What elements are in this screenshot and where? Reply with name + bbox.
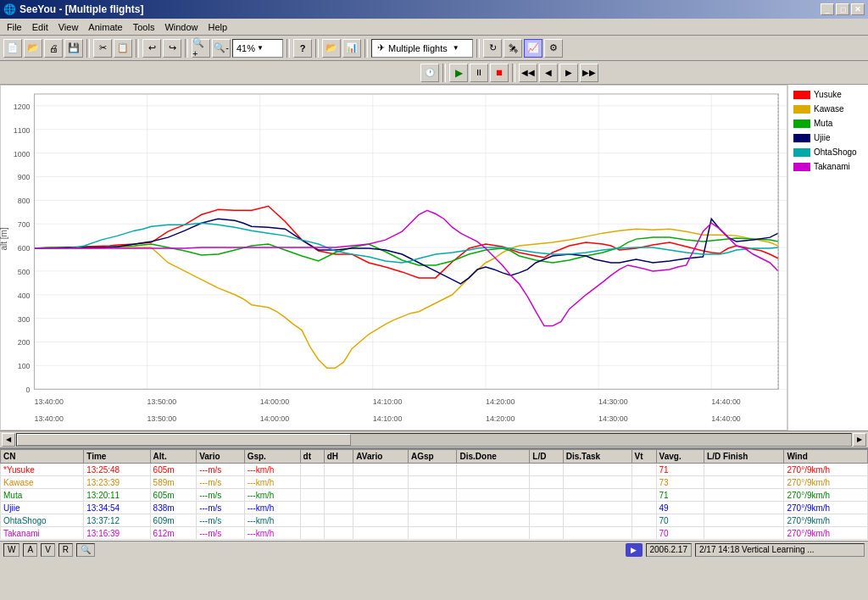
- menu-file[interactable]: File: [2, 20, 27, 34]
- cell-5-13: 70: [656, 527, 704, 540]
- print-button[interactable]: 🖨: [44, 39, 63, 58]
- settings-button[interactable]: ⚙: [544, 39, 563, 58]
- cell-3-14: [704, 502, 784, 514]
- cell-3-12: [632, 502, 656, 514]
- chart-container[interactable]: 1200 1100 1000 900 800 700 600 500 400 3…: [0, 85, 787, 431]
- cell-5-11: [563, 527, 632, 540]
- cell-4-13: 70: [656, 514, 704, 527]
- svg-text:200: 200: [18, 338, 31, 347]
- cell-3-2: 838m: [150, 502, 197, 514]
- cell-1-5: [300, 476, 324, 489]
- legend-muta[interactable]: Muta: [793, 119, 863, 128]
- refresh-button[interactable]: ↻: [483, 39, 502, 58]
- legend-kawase[interactable]: Kawase: [793, 104, 863, 114]
- new-button[interactable]: 📄: [3, 39, 22, 58]
- flight-selector[interactable]: ✈ Multiple flights ▼: [371, 39, 473, 58]
- prev-button[interactable]: ◀◀: [519, 64, 537, 82]
- svg-text:13:40:00: 13:40:00: [34, 414, 64, 423]
- scroll-thumb[interactable]: [17, 434, 351, 446]
- tab-w[interactable]: W: [3, 543, 19, 557]
- cell-1-14: [704, 476, 784, 489]
- cell-2-0: Muta: [1, 489, 84, 502]
- svg-text:400: 400: [18, 292, 31, 300]
- cell-5-2: 612m: [150, 527, 197, 540]
- col-agsp: AGsp: [409, 450, 457, 464]
- cell-3-1: 13:34:54: [84, 502, 150, 514]
- pause-button[interactable]: ⏸: [470, 64, 488, 82]
- menu-window[interactable]: Window: [159, 20, 203, 34]
- tab-r[interactable]: R: [58, 543, 73, 557]
- cell-0-15: 270°/9km/h: [784, 464, 868, 476]
- legend-takanami[interactable]: Takanami: [793, 162, 863, 171]
- col-cn: CN: [1, 450, 84, 464]
- open-flight-button[interactable]: 📂: [322, 39, 341, 58]
- cut-button[interactable]: ✂: [93, 39, 112, 58]
- legend-label-takanami: Takanami: [814, 162, 850, 171]
- table-row-0[interactable]: *Yusuke13:25:48605m---m/s---km/h71270°/9…: [1, 464, 868, 476]
- sep3: [185, 39, 188, 58]
- legend-ohtashogo[interactable]: OhtaShogo: [793, 147, 863, 157]
- status-info: 2/17 14:18 Vertical Learning ...: [695, 543, 865, 557]
- help-button[interactable]: ?: [293, 39, 312, 58]
- menu-help[interactable]: Help: [203, 20, 233, 34]
- svg-text:14:10:00: 14:10:00: [373, 414, 403, 423]
- clock-button[interactable]: 🕐: [420, 64, 439, 82]
- cell-1-10: [530, 476, 563, 489]
- col-distask: Dis.Task: [563, 450, 632, 464]
- legend-yusuke[interactable]: Yusuke: [793, 90, 863, 99]
- redo-button[interactable]: ↪: [163, 39, 181, 58]
- cell-1-13: 73: [656, 476, 704, 489]
- search-button[interactable]: 🔍: [76, 543, 95, 557]
- cell-5-15: 270°/9km/h: [784, 527, 868, 540]
- minimize-button[interactable]: _: [821, 3, 834, 15]
- zoom-in-button[interactable]: 🔍+: [192, 39, 210, 58]
- save-button[interactable]: 💾: [64, 39, 83, 58]
- tab-v[interactable]: V: [41, 543, 55, 557]
- stop-button[interactable]: ⏹: [490, 64, 509, 82]
- cell-3-6: [324, 502, 353, 514]
- table-row-2[interactable]: Muta13:20:11605m---m/s---km/h71270°/9km/…: [1, 489, 868, 502]
- cell-2-14: [704, 489, 784, 502]
- menu-view[interactable]: View: [53, 20, 84, 34]
- satellite-button[interactable]: 🛰: [504, 39, 522, 58]
- cell-5-8: [409, 527, 457, 540]
- tab-a[interactable]: A: [23, 543, 37, 557]
- cell-5-10: [530, 527, 563, 540]
- close-button[interactable]: ✕: [851, 3, 865, 15]
- next-button[interactable]: ▶▶: [580, 64, 598, 82]
- scroll-track[interactable]: [16, 433, 852, 447]
- fwd-button[interactable]: ▶: [559, 64, 578, 82]
- back-button[interactable]: ◀: [539, 64, 558, 82]
- col-avario: AVario: [353, 450, 409, 464]
- restore-button[interactable]: ◻: [836, 3, 849, 15]
- scroll-left-button[interactable]: ◀: [2, 433, 15, 447]
- cell-1-15: 270°/9km/h: [784, 476, 868, 489]
- cell-0-0: *Yusuke: [1, 464, 84, 476]
- cell-3-7: [353, 502, 409, 514]
- date-icon-button[interactable]: ▶: [626, 543, 643, 557]
- legend-color-kawase: [793, 105, 810, 114]
- table-row-4[interactable]: OhtaShogo13:37:12609m---m/s---km/h70270°…: [1, 514, 868, 527]
- undo-button[interactable]: ↩: [142, 39, 161, 58]
- scrollbar-area: ◀ ▶: [0, 431, 868, 447]
- cell-3-5: [300, 502, 324, 514]
- scroll-right-button[interactable]: ▶: [853, 433, 866, 447]
- menu-edit[interactable]: Edit: [27, 20, 53, 34]
- menu-bar: File Edit View Animate Tools Window Help: [0, 19, 868, 36]
- play-button[interactable]: ▶: [449, 64, 468, 82]
- menu-animate[interactable]: Animate: [83, 20, 127, 34]
- table-row-1[interactable]: Kawase13:23:39589m---m/s---km/h73270°/9k…: [1, 476, 868, 489]
- table-row-5[interactable]: Takanami13:16:39612m---m/s---km/h70270°/…: [1, 527, 868, 540]
- menu-tools[interactable]: Tools: [128, 20, 160, 34]
- svg-text:14:40:00: 14:40:00: [711, 397, 741, 406]
- zoom-out-button[interactable]: 🔍-: [212, 39, 231, 58]
- flight-button2[interactable]: 📊: [342, 39, 361, 58]
- copy-button[interactable]: 📋: [114, 39, 132, 58]
- legend-ujiie[interactable]: Ujiie: [793, 133, 863, 142]
- zoom-dropdown[interactable]: 41% ▼: [232, 39, 283, 58]
- svg-text:700: 700: [18, 220, 31, 229]
- open-button[interactable]: 📂: [24, 39, 42, 58]
- chart-button[interactable]: 📈: [524, 39, 542, 58]
- table-row-3[interactable]: Ujiie13:34:54838m---m/s---km/h49270°/9km…: [1, 502, 868, 514]
- toolbar-main: 📄 📂 🖨 💾 ✂ 📋 ↩ ↪ 🔍+ 🔍- 41% ▼ ? 📂 📊 ✈ Mult…: [0, 36, 868, 61]
